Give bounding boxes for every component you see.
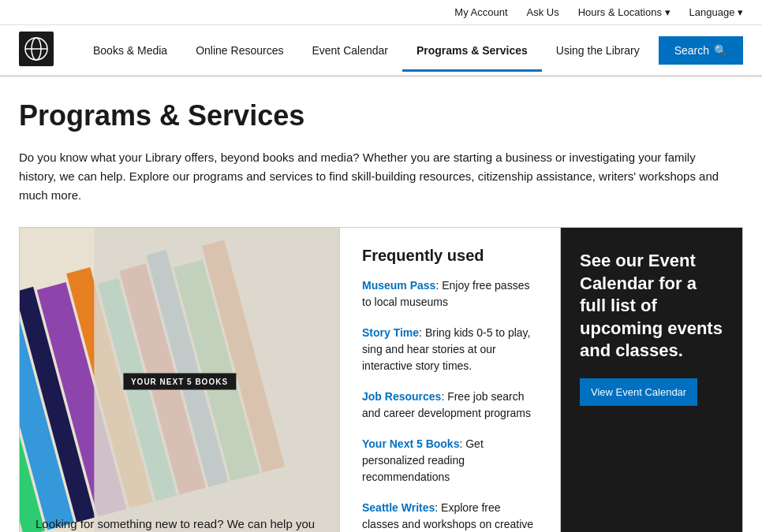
next5-link[interactable]: Your Next 5 Books [362,437,459,450]
view-event-calendar-button[interactable]: View Event Calendar [580,378,697,406]
search-icon: 🔍 [714,44,727,57]
logo-icon [19,32,54,66]
nav-online-resources[interactable]: Online Resources [181,32,297,72]
logo[interactable] [19,25,54,75]
museum-pass-link[interactable]: Museum Pass [362,279,435,292]
utility-bar: My Account Ask Us Hours & Locations Lang… [0,0,762,25]
seattle-writes-link[interactable]: Seattle Writes [362,501,435,514]
page-content: Programs & Services Do you know what you… [0,77,762,532]
nav-links: Books & Media Online Resources Event Cal… [79,32,659,69]
search-label: Search [674,44,709,57]
nav-books-media[interactable]: Books & Media [79,32,181,72]
event-panel-heading: See our Event Calendar for a full list o… [580,250,723,363]
hours-locations-link[interactable]: Hours & Locations [578,6,670,18]
image-card-column: YOUR NEXT 5 BOOKS Looking for something … [20,228,339,532]
your-next-badge: YOUR NEXT 5 BOOKS [123,374,236,390]
frequently-used-heading: Frequently used [362,247,538,265]
page-title: Programs & Services [19,99,743,132]
freq-item-seattlewrites: Seattle Writes: Explore free classes and… [362,500,538,532]
page-description: Do you know what your Library offers, be… [19,148,729,205]
nav-event-calendar[interactable]: Event Calendar [297,32,402,72]
nav-programs-services[interactable]: Programs & Services [402,32,542,72]
freq-item-next5: Your Next 5 Books: Get personalized read… [362,436,538,485]
search-button[interactable]: Search 🔍 [659,36,743,65]
frequently-used-column: Frequently used Museum Pass: Enjoy free … [339,228,561,532]
nav-using-library[interactable]: Using the Library [542,32,654,72]
freq-item-museum: Museum Pass: Enjoy free passes to local … [362,277,538,311]
ask-us-link[interactable]: Ask Us [527,6,559,18]
job-resources-link[interactable]: Job Resources [362,390,441,403]
language-link[interactable]: Language [689,6,743,18]
card-text: Looking for something new to read? We ca… [35,515,323,532]
story-time-link[interactable]: Story Time [362,326,419,339]
event-panel-column: See our Event Calendar for a full list o… [561,228,742,532]
freq-item-storytime: Story Time: Bring kids 0-5 to play, sing… [362,325,538,374]
freq-item-job: Job Resources: Free job search and caree… [362,389,538,422]
main-nav: Books & Media Online Resources Event Cal… [0,25,762,77]
my-account-link[interactable]: My Account [454,6,507,18]
three-col-section: YOUR NEXT 5 BOOKS Looking for something … [19,227,743,532]
